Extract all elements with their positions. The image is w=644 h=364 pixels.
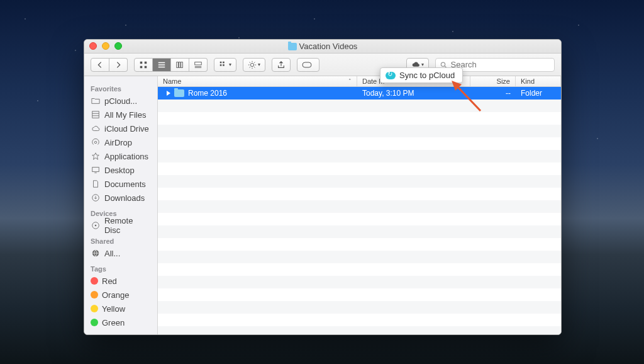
view-segment [134,58,208,72]
sidebar-item-icloud[interactable]: iCloud Drive [84,122,157,135]
file-row[interactable]: Rome 2016 Today, 3:10 PM -- Folder [158,87,561,100]
menu-item-label: Sync to pCloud [399,71,455,80]
tag-dot-icon [91,305,98,312]
chevron-down-icon: ▾ [258,62,260,67]
share-icon [277,60,286,69]
zoom-window-button[interactable] [114,42,122,50]
sidebar: Favorites pCloud... All My Files iCloud … [84,76,158,334]
svg-rect-8 [220,61,222,63]
view-icon-button[interactable] [134,58,153,72]
tag-dot-icon [91,291,98,299]
svg-rect-9 [223,61,225,63]
grid-icon [139,60,148,69]
back-button[interactable] [91,58,109,72]
chevron-down-icon: ▾ [421,62,424,67]
list-icon [157,60,166,69]
svg-point-12 [250,63,253,66]
sidebar-header: Favorites [84,80,157,94]
chevron-down-icon: ▾ [229,62,231,67]
svg-rect-7 [195,62,202,64]
arrange-button[interactable]: ▾ [214,58,236,72]
icloud-icon [91,123,101,134]
close-window-button[interactable] [89,42,97,50]
network-icon [91,248,101,258]
view-coverflow-button[interactable] [189,58,208,72]
sidebar-tag-orange[interactable]: Orange [84,288,157,302]
sync-to-pcloud-menu-item[interactable]: Sync to pCloud [380,67,463,83]
gear-icon [248,60,257,69]
sidebar-item-remotedisc[interactable]: Remote Disc [84,219,157,232]
sort-ascending-icon: ˄ [348,78,352,84]
column-name[interactable]: Name˄ [158,76,357,86]
forward-button[interactable] [109,58,128,72]
svg-rect-2 [140,65,143,68]
pcloud-icon [386,72,396,79]
svg-rect-11 [223,64,225,66]
sidebar-tag-green[interactable]: Green [84,316,157,329]
folder-icon [91,96,101,106]
arrange-segment: ▾ [214,58,236,72]
disclosure-triangle-icon[interactable] [167,91,170,96]
nav-segment [91,58,128,72]
toolbar: ▾ ▾ ▾ [84,54,561,76]
svg-point-14 [441,62,445,66]
finder-window: Vacation Videos [84,39,562,335]
titlebar[interactable]: Vacation Videos [84,40,561,54]
file-kind: Folder [521,89,542,98]
sidebar-item-downloads[interactable]: Downloads [84,191,157,205]
tags-segment [297,58,319,72]
sidebar-item-applications[interactable]: Applications [84,149,157,163]
view-columns-button[interactable] [171,58,189,72]
action-button[interactable]: ▾ [243,58,265,72]
folder-icon [174,89,184,97]
column-kind[interactable]: Kind [516,76,561,86]
view-list-button[interactable] [153,58,171,72]
file-list[interactable]: Rome 2016 Today, 3:10 PM -- Folder [158,87,561,334]
sidebar-tag-red[interactable]: Red [84,274,157,288]
svg-rect-3 [145,65,147,68]
columns-icon [175,60,184,69]
search-input[interactable] [451,60,550,69]
file-name: Rome 2016 [188,89,227,98]
documents-icon [91,179,101,189]
all-files-icon [91,110,101,120]
apps-icon [91,151,101,161]
action-segment: ▾ [243,58,265,72]
tag-icon [302,60,314,69]
window-title: Vacation Videos [299,42,358,51]
downloads-icon [91,193,101,203]
minimize-window-button[interactable] [102,42,109,50]
sidebar-item-documents[interactable]: Documents [84,177,157,191]
sidebar-item-pcloud[interactable]: pCloud... [84,94,157,108]
svg-rect-10 [220,64,222,66]
sidebar-item-desktop[interactable]: Desktop [84,163,157,177]
column-size[interactable]: Size [470,76,516,86]
traffic-lights [89,42,122,50]
share-segment [272,58,291,72]
tag-dot-icon [91,277,98,285]
tag-dot-icon [91,319,98,326]
disc-icon [91,220,101,230]
airdrop-icon [91,137,101,147]
desktop-icon [91,165,101,175]
svg-rect-6 [181,62,183,67]
svg-rect-13 [303,62,311,67]
sidebar-item-airdrop[interactable]: AirDrop [84,135,157,149]
sidebar-item-allmyfiles[interactable]: All My Files [84,108,157,122]
svg-point-16 [94,141,97,144]
arrange-icon [219,60,228,69]
file-size: -- [506,89,511,98]
column-headers: Name˄ Date M Size Kind [158,76,561,87]
svg-rect-15 [92,111,99,118]
sidebar-tag-yellow[interactable]: Yellow [84,302,157,316]
edit-tags-button[interactable] [297,58,319,72]
svg-rect-0 [140,61,143,64]
svg-rect-1 [145,61,147,64]
svg-rect-17 [92,168,99,172]
content-area: Name˄ Date M Size Kind Rome 2016 Today, … [158,76,561,334]
svg-point-20 [95,225,97,227]
svg-rect-4 [177,62,179,67]
share-button[interactable] [272,58,291,72]
file-date: Today, 3:10 PM [362,89,414,98]
sidebar-item-shared-all[interactable]: All... [84,246,157,260]
